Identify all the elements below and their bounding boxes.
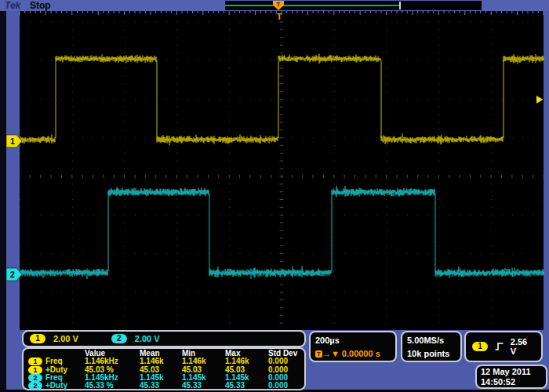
horizontal-scale: 200µs xyxy=(315,334,391,347)
record-view-window-bracket xyxy=(399,2,401,9)
measurement-row: 2+Duty 45.33 % 45.33 45.33 45.33 0.000 xyxy=(27,382,301,390)
triangle-down-icon: ▼ xyxy=(331,349,340,358)
record-view-bar: T xyxy=(225,1,482,10)
measurement-value: 45.33 % xyxy=(85,382,140,390)
trigger-position-arrow-icon: T xyxy=(273,1,284,10)
record-view-waveform-line xyxy=(225,5,401,6)
right-blue-strip xyxy=(544,11,549,330)
measurement-mean: 45.33 xyxy=(140,382,182,390)
date-label: 12 May 2011 xyxy=(481,367,546,377)
horizontal-settings-box: 200µs T→▼ 0.00000 s xyxy=(309,331,397,362)
measurement-min: 45.33 xyxy=(182,382,225,390)
measurement-max: 45.33 xyxy=(225,382,268,390)
oscilloscope-screen: Tek Stop T T 12 1 2.00 V 2 2.00 V Value … xyxy=(0,0,549,392)
measurements-table: Value Mean Min Max Std Dev 1Freq 1.146kH… xyxy=(22,347,306,390)
rising-edge-icon xyxy=(494,342,504,351)
measurement-stddev: 0.000 xyxy=(268,382,304,390)
ch1-vertical-scale: 2.00 V xyxy=(53,334,78,343)
time-label: 14:50:52 xyxy=(481,377,546,387)
ch2-badge: 2 xyxy=(28,382,42,390)
trigger-source-badge: 1 xyxy=(472,342,488,351)
measurement-row: 2Freq 1.145kHz 1.145k 1.145k 1.145k 0.00… xyxy=(27,374,301,382)
arrow-right-icon: → xyxy=(322,349,331,358)
measurement-row: 1+Duty 45.03 % 45.03 45.03 45.03 0.000 xyxy=(27,366,301,374)
ch2-vertical-scale: 2.00 V xyxy=(135,334,160,343)
record-length: 10k points xyxy=(407,347,456,361)
acquisition-info-box: 5.00MS/s 10k points xyxy=(401,331,462,362)
ch1-badge: 1 xyxy=(28,358,42,365)
tek-logo: Tek xyxy=(5,0,20,11)
trigger-position-t-icon: T xyxy=(274,12,284,22)
left-dark-margin xyxy=(0,11,6,392)
graticule-background xyxy=(20,22,544,331)
ch1-badge: 1 xyxy=(30,334,45,343)
acquisition-status-label: Stop xyxy=(30,0,51,11)
measurement-row: 1Freq 1.146kHz 1.146k 1.146k 1.146k 0.00… xyxy=(27,358,301,365)
sample-rate: 5.00MS/s xyxy=(407,334,456,347)
measurements-header-row: Value Mean Min Max Std Dev xyxy=(27,350,301,358)
ch2-badge: 2 xyxy=(111,334,127,343)
trigger-time-readout: 0.00000 s xyxy=(342,349,380,358)
measurement-name: +Duty xyxy=(45,382,67,390)
datetime-box: 12 May 2011 14:50:52 xyxy=(475,365,547,389)
trigger-level: 2.56 V xyxy=(511,337,535,356)
trigger-flag-icon: T xyxy=(315,350,322,358)
ch1-badge: 1 xyxy=(28,366,42,374)
ch2-badge: 2 xyxy=(28,374,42,382)
status-bar: Tek Stop T xyxy=(0,0,549,11)
left-blue-strip xyxy=(6,11,20,330)
trigger-info-box: 1 2.56 V xyxy=(464,331,543,362)
channel-scale-bar: 1 2.00 V 2 2.00 V xyxy=(22,330,306,347)
